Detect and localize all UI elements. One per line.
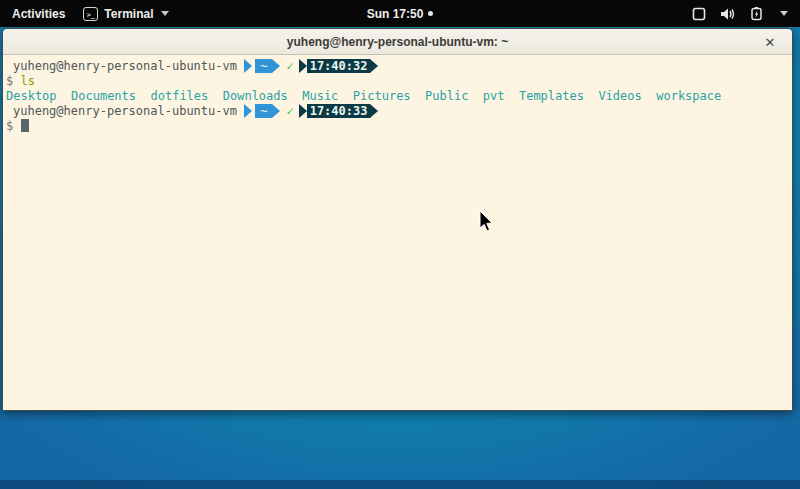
terminal-cursor	[21, 119, 29, 132]
prompt-line: yuheng@henry-personal-ubuntu-vm ~ ✓ 17:4…	[6, 103, 790, 118]
powerline-arrow-icon	[272, 104, 280, 118]
prompt-line: yuheng@henry-personal-ubuntu-vm ~ ✓ 17:4…	[6, 58, 790, 73]
prompt-user-host: yuheng@henry-personal-ubuntu-vm	[6, 104, 237, 118]
prompt-cwd-segment: ~	[255, 104, 272, 118]
terminal-app-icon: >_	[83, 7, 98, 21]
prompt-cwd-segment: ~	[255, 59, 272, 73]
powerline-arrow-icon	[299, 104, 307, 118]
system-status-area[interactable]	[691, 0, 800, 27]
battery-charging-icon	[749, 7, 765, 21]
app-menu-label: Terminal	[104, 7, 153, 21]
app-menu-terminal[interactable]: >_ Terminal	[83, 7, 169, 21]
powerline-arrow-icon	[272, 59, 280, 73]
close-button[interactable]: ✕	[759, 29, 781, 55]
ls-output-line: Desktop Documents dotfiles Downloads Mus…	[6, 88, 790, 103]
notification-dot-icon	[428, 11, 433, 16]
clock[interactable]: Sun 17:50	[367, 7, 424, 21]
volume-icon	[720, 7, 736, 21]
top-bar: Activities >_ Terminal Sun 17:50	[0, 0, 800, 27]
powerline-arrow-icon	[370, 59, 378, 73]
chevron-down-icon	[780, 11, 788, 16]
powerline-arrow-icon	[244, 104, 252, 118]
prompt-status-check: ✓	[280, 104, 298, 118]
prompt-status-check: ✓	[280, 59, 298, 73]
input-line: $	[6, 118, 790, 133]
prompt-time-segment: 17:40:33	[307, 104, 371, 118]
prompt-user-host: yuheng@henry-personal-ubuntu-vm	[6, 59, 237, 73]
prompt-time-segment: 17:40:32	[307, 59, 371, 73]
powerline-arrow-icon	[244, 59, 252, 73]
terminal-content[interactable]: yuheng@henry-personal-ubuntu-vm ~ ✓ 17:4…	[3, 55, 792, 410]
display-icon	[691, 7, 707, 21]
desktop-bottom-shade	[0, 480, 800, 489]
window-title: yuheng@henry-personal-ubuntu-vm: ~	[287, 35, 508, 49]
powerline-arrow-icon	[370, 104, 378, 118]
prompt-dollar: $	[6, 119, 20, 133]
prompt-dollar: $	[6, 74, 20, 88]
chevron-down-icon	[161, 11, 169, 16]
typed-command: ls	[20, 74, 34, 88]
powerline-arrow-icon	[299, 59, 307, 73]
activities-button[interactable]: Activities	[12, 7, 65, 21]
command-line: $ ls	[6, 73, 790, 88]
terminal-window: yuheng@henry-personal-ubuntu-vm: ~ ✕ yuh…	[2, 28, 793, 411]
window-titlebar[interactable]: yuheng@henry-personal-ubuntu-vm: ~ ✕	[3, 29, 792, 55]
